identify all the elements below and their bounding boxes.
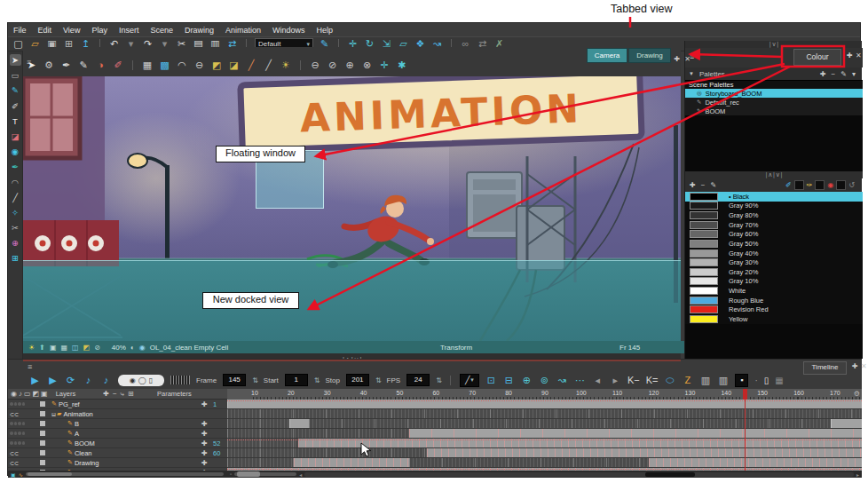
toggle-dot[interactable] [14, 402, 18, 406]
toggle-dot[interactable] [22, 422, 26, 425]
fps-input[interactable]: 24 [406, 374, 430, 386]
thickness-plus-icon[interactable]: ⊕ [344, 59, 356, 72]
pencil-colour-icon[interactable]: ✐ [785, 181, 792, 189]
pivot-tool-icon[interactable]: ⊕ [10, 237, 21, 249]
remove-palette-icon[interactable]: − [832, 70, 836, 78]
line-style-dropdown[interactable]: ╱▾ [460, 374, 479, 387]
start-input[interactable]: 1 [285, 374, 308, 386]
outline-mode-icon[interactable]: ◫ [72, 344, 79, 352]
lock-alt-icon[interactable]: ◪ [228, 59, 240, 72]
camera-tab-close-icon[interactable]: ✕ [684, 55, 691, 63]
timeline-tab-close-icon[interactable]: ✕ [861, 362, 868, 370]
colour-tab-add-icon[interactable]: ✚ [847, 51, 854, 59]
camera-mask-icon[interactable]: ▦ [60, 344, 67, 352]
eraser-tool-icon[interactable]: ◪ [10, 131, 21, 142]
layer-row[interactable]: ✎BOOM✚52 [8, 439, 227, 448]
start-spinner[interactable]: ⇅ [314, 376, 320, 384]
colour-row[interactable]: Gray 70% [685, 220, 863, 230]
colour-row[interactable]: Gray 60% [685, 230, 863, 240]
sound-icon[interactable]: ♪ [83, 374, 94, 387]
colour-row[interactable]: Gray 30% [685, 257, 863, 267]
timeline-menu-icon[interactable]: ≡ [28, 362, 32, 371]
frame-spinner[interactable]: ⇅ [252, 376, 257, 384]
add-parameter-icon[interactable]: ✚ [201, 420, 208, 428]
transform-tool-icon[interactable]: ➤ [10, 54, 21, 66]
layer-footer-icon-a[interactable]: ▣ [11, 471, 16, 478]
toggle-dot[interactable] [14, 432, 18, 435]
onion-skin-icon[interactable]: ◠ [177, 59, 188, 72]
menu-animation[interactable]: Animation [225, 26, 261, 35]
remove-layer-icon[interactable]: − [113, 390, 117, 399]
menu-windows[interactable]: Windows [272, 26, 305, 35]
menu-file[interactable]: File [13, 26, 27, 35]
paint-tool-icon[interactable]: ◉ [10, 146, 21, 157]
timeline-settings-icon[interactable]: ▦ [775, 376, 783, 385]
lock-icon[interactable]: ◩ [211, 59, 223, 72]
stop-input[interactable]: 201 [346, 374, 369, 386]
palette-menu-icon[interactable]: ▾ [852, 70, 856, 78]
timeline-scrollbar[interactable] [304, 472, 854, 477]
tab-drawing[interactable]: Drawing [628, 48, 670, 63]
colour-row[interactable]: Revision Red [685, 305, 863, 315]
palette-row[interactable]: ◎Storyboard_BOOM [685, 89, 863, 98]
toggle-dot[interactable] [22, 402, 26, 406]
loop-icon[interactable]: ⟳ [65, 374, 76, 387]
ink-tool-icon[interactable]: ✒ [10, 161, 21, 172]
thumbnail-col-icon[interactable]: ▭ [24, 390, 31, 398]
current-colour-chip[interactable] [794, 180, 804, 190]
toggle-dot[interactable] [14, 422, 18, 425]
toggle-dot[interactable] [10, 432, 13, 435]
jog-wheel[interactable]: ◉◯▯ [118, 375, 164, 386]
layer-checkbox[interactable] [40, 411, 45, 416]
line-plain-icon[interactable]: ╱ [263, 59, 274, 72]
scroll-right-icon[interactable]: ▸ [856, 471, 859, 478]
menu-help[interactable]: Help [317, 26, 334, 35]
select-icon[interactable]: ➤ [26, 59, 37, 72]
flatten-icon[interactable]: ✛ [379, 59, 391, 72]
layer-checkbox[interactable] [40, 440, 45, 446]
layer-row[interactable]: ✎A✚ [8, 429, 227, 439]
colour-list-splitter[interactable]: ∣∧∣∨∣ [685, 171, 863, 178]
next-keyframe-icon[interactable]: ▸ [610, 374, 621, 387]
text-tool-icon[interactable]: T [10, 115, 21, 127]
add-parameter-icon[interactable]: ✚ [201, 439, 208, 447]
shuttle-slider[interactable] [170, 376, 190, 384]
grid-icon[interactable]: ▦ [142, 59, 154, 72]
sound-scrubbing-icon[interactable]: ♪ [100, 374, 112, 387]
toggle-dot[interactable] [22, 441, 26, 445]
ease-stop-motion-icon[interactable]: ⋯ [574, 374, 586, 387]
add-parameter-icon[interactable]: ✚ [201, 459, 208, 467]
layer-checkbox[interactable] [40, 431, 45, 436]
smooth-icon[interactable]: ✱ [396, 59, 407, 72]
brush-tool-icon[interactable]: ✎ [10, 84, 21, 96]
colour-row[interactable]: • Black [685, 192, 863, 202]
toggle-dot[interactable] [10, 402, 13, 406]
layer-list-scrollbar[interactable] [26, 472, 224, 476]
toggle-dot[interactable] [10, 441, 13, 445]
line-tool-icon[interactable]: ╱ [10, 192, 21, 203]
lock-col-icon[interactable]: ◩ [33, 390, 40, 398]
add-parameter-icon[interactable]: ✚ [201, 449, 208, 457]
current-view-toggle[interactable]: ▪ [735, 374, 748, 387]
dropper-tool-icon[interactable]: ✧ [10, 207, 21, 218]
add-keyframe-icon[interactable]: ⊕ [521, 374, 533, 387]
add-layer-icon[interactable]: ✚ [103, 390, 109, 399]
toggle-dot[interactable] [18, 441, 21, 445]
light-table-icon[interactable]: ☀ [280, 59, 292, 72]
cutter-tool-icon[interactable]: ✂ [10, 222, 21, 234]
underlay-icon[interactable]: ⊖ [193, 59, 205, 72]
view-tag-a-icon[interactable]: ▥ [699, 374, 711, 387]
paint-colour-icon[interactable]: ◉ [827, 181, 833, 189]
tab-colour[interactable]: Colour [793, 49, 841, 66]
add-group-icon[interactable]: ⊞ [128, 390, 134, 399]
palettes-collapse-arrow[interactable]: ▼ [689, 71, 694, 76]
show-hide-icon[interactable]: ◉ [11, 390, 17, 398]
light-bulb-icon[interactable]: ☀ [28, 344, 35, 352]
sound-col-icon[interactable]: ♪ [19, 390, 22, 398]
colour-row[interactable]: Gray 40% [685, 249, 863, 258]
layer-row[interactable]: ⊂⊂⊟▰Animation [8, 409, 227, 419]
lock-view-icon[interactable]: ◩ [83, 344, 91, 352]
menu-scene[interactable]: Scene [150, 26, 173, 35]
thumbnail-toggle-icon[interactable]: ▯ [764, 376, 769, 385]
eraser-icon[interactable]: ✐ [113, 59, 124, 72]
